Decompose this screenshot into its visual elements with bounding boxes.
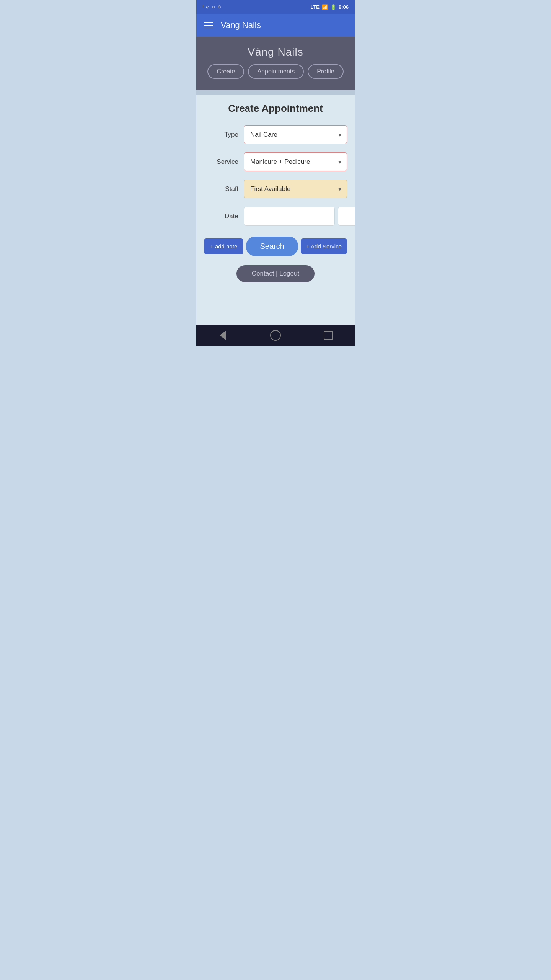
date-label: Date <box>204 212 238 220</box>
staff-row: Staff First Available Any Staff ▼ <box>204 180 347 198</box>
bottom-nav <box>196 325 355 346</box>
lte-label: LTE <box>310 4 320 10</box>
status-bar-right: LTE 📶 🔋 8:06 <box>310 4 349 10</box>
hamburger-line-3 <box>204 28 213 28</box>
type-select-wrapper: Nail Care Hair Care Spa ▼ <box>244 125 347 144</box>
recents-icon <box>324 331 333 340</box>
top-nav: Vang Nails <box>196 14 355 37</box>
home-icon <box>270 330 281 341</box>
message-icon: ✉ <box>212 5 215 10</box>
notification-icon: ! <box>202 5 204 9</box>
status-bar-left: ! ⊙ ✉ ⚙ <box>202 5 221 10</box>
status-bar: ! ⊙ ✉ ⚙ LTE 📶 🔋 8:06 <box>196 0 355 14</box>
profile-button[interactable]: Profile <box>308 64 343 79</box>
service-select-wrapper: Manicure + Pedicure Manicure Pedicure ▼ <box>244 152 347 171</box>
separator <box>196 90 355 95</box>
footer: Contact | Logout <box>204 265 347 282</box>
back-button[interactable] <box>217 329 229 341</box>
hamburger-line-2 <box>204 25 213 26</box>
date-time-row: Date <box>204 207 347 226</box>
app-title: Vang Nails <box>221 20 261 30</box>
service-label: Service <box>204 158 238 166</box>
service-select[interactable]: Manicure + Pedicure Manicure Pedicure <box>244 152 347 171</box>
clock: 8:06 <box>339 4 349 10</box>
menu-button[interactable] <box>202 21 215 30</box>
appointments-button[interactable]: Appointments <box>248 64 304 79</box>
actions-row: + add note Search + Add Service <box>204 237 347 256</box>
type-label: Type <box>204 131 238 139</box>
banner-buttons: Create Appointments Profile <box>207 64 343 79</box>
search-button[interactable]: Search <box>246 237 298 256</box>
type-select[interactable]: Nail Care Hair Care Spa <box>244 125 347 144</box>
staff-label: Staff <box>204 185 238 193</box>
form-title: Create Appointment <box>204 103 347 114</box>
contact-logout-button[interactable]: Contact | Logout <box>236 265 315 282</box>
service-row: Service Manicure + Pedicure Manicure Ped… <box>204 152 347 171</box>
home-button[interactable] <box>269 329 282 341</box>
staff-select-wrapper: First Available Any Staff ▼ <box>244 180 347 198</box>
banner-section: Vàng Nails Create Appointments Profile <box>196 37 355 90</box>
android-icon: ⚙ <box>217 5 221 10</box>
date-input[interactable] <box>244 207 335 226</box>
type-row: Type Nail Care Hair Care Spa ▼ <box>204 125 347 144</box>
battery-icon: 🔋 <box>330 4 336 10</box>
create-button[interactable]: Create <box>207 64 244 79</box>
hamburger-line-1 <box>204 22 213 23</box>
main-content: Create Appointment Type Nail Care Hair C… <box>196 95 355 325</box>
add-service-button[interactable]: + Add Service <box>301 238 347 254</box>
time-input[interactable] <box>338 207 355 226</box>
add-note-button[interactable]: + add note <box>204 238 243 254</box>
back-icon <box>220 331 226 340</box>
recents-button[interactable] <box>322 329 334 341</box>
banner-title: Vàng Nails <box>248 46 303 58</box>
sim-icon: ⊙ <box>206 5 209 10</box>
signal-icon: 📶 <box>322 4 328 10</box>
staff-select[interactable]: First Available Any Staff <box>244 180 347 198</box>
